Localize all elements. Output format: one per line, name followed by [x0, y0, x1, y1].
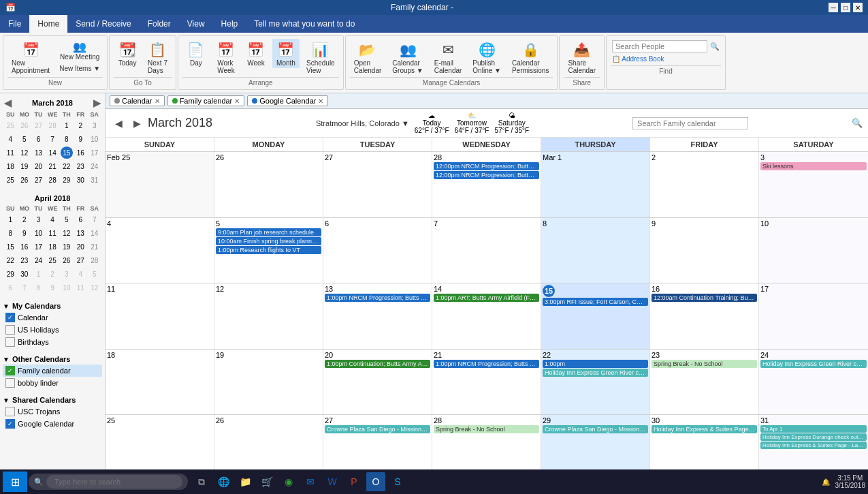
mini-day[interactable]: 27 — [32, 174, 44, 186]
mini-day[interactable]: 22 — [4, 254, 16, 266]
next7days-button[interactable]: 📋 Next 7Days — [144, 39, 172, 76]
calendar-permissions-button[interactable]: 🔒 CalendarPermissions — [508, 39, 553, 76]
tab-tell-me[interactable]: Tell me what you want to do — [246, 15, 363, 33]
mini-day[interactable]: 17 — [32, 241, 44, 253]
mini-day[interactable]: 14 — [89, 227, 101, 239]
cal-cell[interactable]: 3 Ski lessons — [759, 152, 868, 217]
mini-day[interactable]: 12 — [89, 281, 101, 294]
calendar-event[interactable]: Crowne Plaza San Diego - Mission Valley … — [325, 425, 430, 433]
mini-day[interactable]: 21 — [89, 241, 101, 253]
minimize-button[interactable]: ─ — [829, 3, 838, 12]
cal-cell[interactable]: Feb 25 — [106, 152, 214, 217]
mini-day[interactable]: 26 — [61, 254, 73, 266]
calendar-event[interactable]: Ski lessons — [760, 162, 867, 170]
email-calendar-button[interactable]: ✉ E-mailCalendar — [430, 39, 466, 76]
calendar-groups-button[interactable]: 👥 CalendarGroups ▼ — [388, 39, 427, 76]
filter-remove-google[interactable]: ✕ — [318, 97, 323, 105]
mini-day[interactable]: 5 — [89, 268, 101, 280]
mini-day[interactable]: 11 — [74, 281, 86, 294]
other-calendars-header[interactable]: ▼ Other Calendars — [3, 354, 102, 365]
taskbar-icon-word[interactable]: W — [323, 472, 342, 491]
filter-remove-family[interactable]: ✕ — [234, 97, 240, 105]
nav-item-us-holidays[interactable]: US Holidays — [3, 324, 102, 336]
mini-day[interactable]: 1 — [32, 268, 44, 280]
nav-item-calendar[interactable]: ✓ Calendar — [3, 311, 102, 324]
cal-cell-thursday[interactable]: 22 1:00pm Holiday Inn Express Green Rive… — [541, 350, 650, 415]
mini-day-today[interactable]: 15 — [61, 146, 73, 159]
calendar-event[interactable]: 12:00am Continuation Training; Butts Arm… — [652, 294, 757, 302]
mini-day[interactable]: 6 — [74, 213, 86, 226]
mini-day[interactable]: 1 — [4, 213, 16, 226]
calendar-event[interactable]: Holiday Inn Express & Suites Page - Lake… — [760, 442, 867, 449]
usc-trojans-checkbox[interactable] — [5, 407, 15, 416]
cal-next-button[interactable]: ▶ — [129, 117, 145, 130]
mini-day[interactable]: 18 — [46, 241, 59, 253]
mini-day[interactable]: 4 — [46, 213, 59, 226]
mini-day[interactable]: 19 — [61, 241, 73, 253]
mini-day[interactable]: 24 — [89, 160, 101, 172]
mini-day[interactable]: 28 — [46, 174, 59, 186]
cal-cell[interactable]: 7 — [432, 218, 541, 283]
taskbar-icon-powerpoint[interactable]: P — [344, 472, 364, 491]
mini-day[interactable]: 17 — [89, 146, 101, 159]
month-button[interactable]: 📅 Month — [272, 39, 300, 68]
calendar-event[interactable]: 1:00pm — [543, 360, 648, 368]
mini-day[interactable]: 30 — [18, 268, 31, 280]
mini-day[interactable]: 25 — [4, 119, 16, 132]
mini-day[interactable]: 4 — [74, 268, 86, 280]
mini-cal-prev[interactable]: ◀ — [4, 97, 12, 108]
taskbar-icon-store[interactable]: 🛒 — [257, 472, 276, 491]
nav-item-usc-trojans[interactable]: USC Trojans — [3, 405, 102, 418]
mini-day[interactable]: 31 — [89, 174, 101, 186]
mini-day[interactable]: 3 — [61, 268, 73, 280]
calendar-event[interactable]: Crowne Plaza San Diego - Mission Valley … — [543, 425, 648, 433]
calendar-event[interactable]: 1:00pm Research flights to VT — [216, 246, 321, 254]
mini-day[interactable]: 2 — [18, 213, 31, 226]
calendar-event[interactable]: 12:00pm NRCM Progression; Butts AAF (For… — [434, 162, 539, 170]
cal-prev-button[interactable]: ◀ — [111, 117, 127, 130]
nav-item-google-calendar[interactable]: ✓ Google Calendar — [3, 418, 102, 430]
mini-day[interactable]: 22 — [61, 160, 73, 172]
mini-day[interactable]: 3 — [32, 213, 44, 226]
cal-cell[interactable]: 5 9:00am Plan job research schedule 10:0… — [214, 218, 323, 283]
mini-day[interactable]: 15 — [4, 241, 16, 253]
taskbar-icon-skype[interactable]: S — [388, 472, 407, 491]
mini-day[interactable]: 12 — [18, 146, 31, 159]
mini-day[interactable]: 24 — [32, 254, 44, 266]
weather-location[interactable]: Stratmoor Hills, Colorado ▼ — [316, 119, 409, 127]
mini-day[interactable]: 7 — [18, 281, 31, 294]
cal-cell[interactable]: 17 — [759, 283, 868, 349]
mini-day[interactable]: 1 — [61, 119, 73, 132]
mini-day[interactable]: 10 — [61, 281, 73, 294]
taskbar-search-input[interactable] — [46, 475, 182, 489]
mini-day[interactable]: 5 — [61, 213, 73, 226]
mini-day[interactable]: 7 — [46, 133, 59, 145]
mini-cal-next[interactable]: ▶ — [93, 97, 101, 108]
filter-remove-calendar[interactable]: ✕ — [155, 97, 160, 105]
mini-day[interactable]: 26 — [18, 174, 31, 186]
taskbar-icon-mail[interactable]: ✉ — [301, 472, 320, 491]
calendar-event[interactable]: 1:00pm NRCM Progression; Butts AAF (Fort… — [325, 294, 430, 302]
mini-day[interactable]: 16 — [18, 241, 31, 253]
mini-day[interactable]: 4 — [4, 133, 16, 145]
mini-day[interactable]: 2 — [46, 268, 59, 280]
taskbar-icon-task-view[interactable]: ⧉ — [192, 472, 211, 491]
mini-day[interactable]: 7 — [89, 213, 101, 226]
mini-day[interactable]: 26 — [18, 119, 31, 132]
mini-day[interactable]: 8 — [61, 133, 73, 145]
cal-cell[interactable]: 14 1:00pm ART; Butts Army Airfield (Fort… — [432, 283, 541, 349]
tab-file[interactable]: File — [0, 15, 29, 33]
mini-day[interactable]: 2 — [74, 119, 86, 132]
close-button[interactable]: ✕ — [853, 3, 863, 12]
taskbar-icon-outlook[interactable]: O — [366, 472, 385, 491]
mini-day[interactable]: 19 — [18, 160, 31, 172]
calendar-event[interactable]: 1:00pm ART; Butts Army Airfield (Fort Ca… — [434, 294, 539, 302]
mini-day[interactable]: 10 — [89, 133, 101, 145]
mini-day[interactable]: 20 — [74, 241, 86, 253]
birthdays-checkbox[interactable] — [5, 337, 15, 347]
calendar-event[interactable]: Holiday Inn Express Green River check ou… — [760, 360, 867, 368]
cal-cell[interactable]: 21 1:00pm NRCM Progression; Butts Army A… — [432, 350, 541, 415]
calendar-event[interactable]: Spring Break - No School — [652, 360, 757, 368]
cal-cell-today[interactable]: 15 3:00pm RFI Issue; Fort Carson, Colora… — [541, 283, 650, 349]
tab-send-receive[interactable]: Send / Receive — [67, 15, 139, 33]
